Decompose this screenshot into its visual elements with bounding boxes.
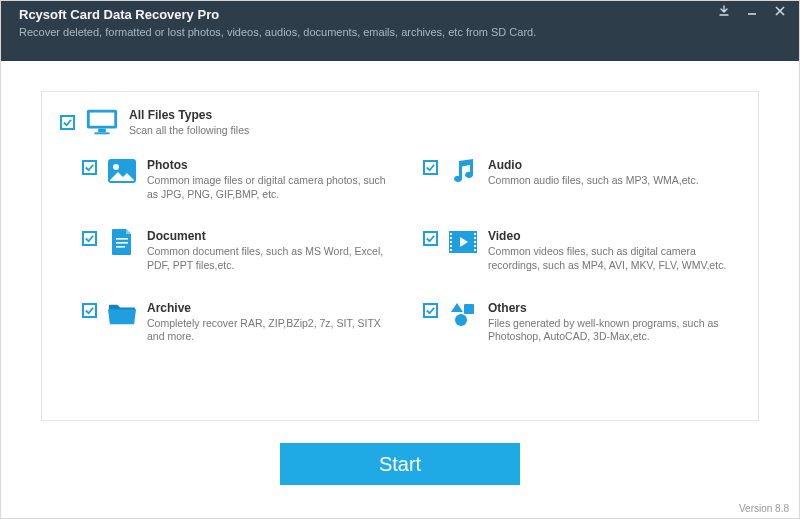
svg-rect-19 [474,237,476,239]
document-label: Document [147,229,399,243]
svg-rect-9 [116,246,125,248]
svg-rect-20 [474,241,476,243]
checkbox-document[interactable] [82,231,97,246]
checkbox-video[interactable] [423,231,438,246]
photo-icon [107,158,137,184]
start-button[interactable]: Start [280,443,520,485]
checkbox-audio[interactable] [423,160,438,175]
category-archive: Archive Completely recover RAR, ZIP,BZip… [82,301,399,344]
close-button[interactable] [771,4,789,18]
download-icon[interactable] [715,4,733,18]
all-files-desc: Scan all the following files [129,124,249,136]
shapes-icon [448,301,478,327]
svg-rect-8 [116,242,128,244]
video-desc: Common videos files, such as digital cam… [488,245,740,272]
checkbox-all-files[interactable] [60,115,75,130]
minimize-button[interactable] [743,4,761,18]
svg-rect-21 [474,245,476,247]
all-files-row: All Files Types Scan all the following f… [60,108,740,136]
others-desc: Files generated by well-known programs, … [488,317,740,344]
svg-rect-15 [450,241,452,243]
checkbox-archive[interactable] [82,303,97,318]
category-video: Video Common videos files, such as digit… [423,229,740,272]
archive-label: Archive [147,301,399,315]
title-bar: Rcysoft Card Data Recovery Pro Recover d… [1,1,799,61]
category-others: Others Files generated by well-known pro… [423,301,740,344]
checkbox-others[interactable] [423,303,438,318]
app-window: Rcysoft Card Data Recovery Pro Recover d… [0,0,800,519]
category-grid: Photos Common image files or digital cam… [82,158,740,344]
svg-rect-16 [450,245,452,247]
document-desc: Common document files, such as MS Word, … [147,245,399,272]
others-label: Others [488,301,740,315]
photos-label: Photos [147,158,399,172]
video-label: Video [488,229,740,243]
category-document: Document Common document files, such as … [82,229,399,272]
svg-rect-14 [450,237,452,239]
all-files-label: All Files Types [129,108,249,122]
category-photos: Photos Common image files or digital cam… [82,158,399,201]
category-audio: Audio Common audio files, such as MP3, W… [423,158,740,201]
svg-rect-7 [116,238,128,240]
svg-point-24 [455,314,467,326]
audio-label: Audio [488,158,740,172]
svg-rect-3 [98,129,106,133]
monitor-icon [85,108,119,136]
audio-desc: Common audio files, such as MP3, WMA,etc… [488,174,740,188]
svg-point-6 [113,164,119,170]
photos-desc: Common image files or digital camera pho… [147,174,399,201]
music-note-icon [448,158,478,184]
svg-rect-13 [450,233,452,235]
svg-rect-2 [90,113,115,126]
all-files-text: All Files Types Scan all the following f… [129,108,249,136]
folder-icon [107,301,137,327]
archive-desc: Completely recover RAR, ZIP,BZip2, 7z, S… [147,317,399,344]
checkbox-photos[interactable] [82,160,97,175]
svg-rect-18 [474,233,476,235]
window-controls [715,4,789,18]
file-type-panel: All Files Types Scan all the following f… [41,91,759,421]
film-icon [448,229,478,255]
svg-rect-17 [450,249,452,251]
svg-rect-4 [94,132,109,134]
app-subtitle: Recover deleted, formatted or lost photo… [19,26,781,38]
version-label: Version 8.8 [739,503,789,514]
svg-rect-23 [464,304,474,314]
app-title: Rcysoft Card Data Recovery Pro [19,7,781,22]
document-icon [107,229,137,255]
svg-rect-22 [474,249,476,251]
